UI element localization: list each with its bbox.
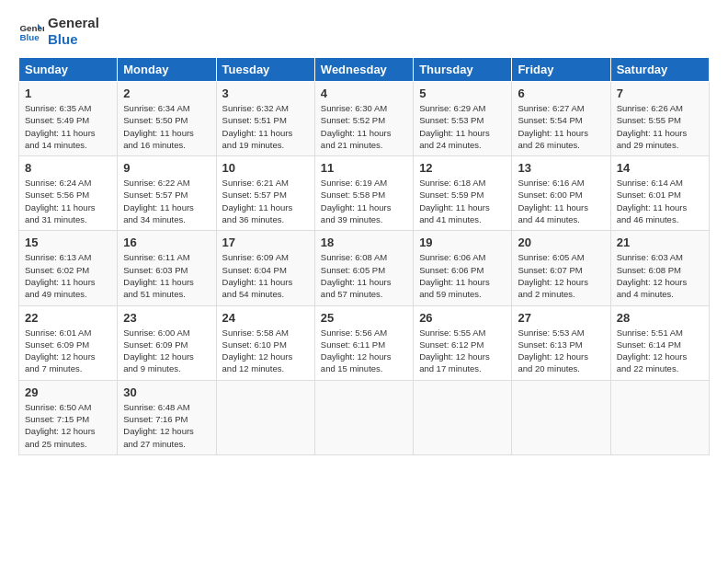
- day-detail: Sunrise: 5:51 AM Sunset: 6:14 PM Dayligh…: [617, 327, 703, 375]
- calendar-cell: 28 Sunrise: 5:51 AM Sunset: 6:14 PM Dayl…: [610, 305, 709, 380]
- day-number: 22: [25, 311, 111, 325]
- day-detail: Sunrise: 6:30 AM Sunset: 5:52 PM Dayligh…: [321, 102, 407, 151]
- day-detail: Sunrise: 6:50 AM Sunset: 7:15 PM Dayligh…: [25, 401, 111, 450]
- day-detail: Sunrise: 6:18 AM Sunset: 5:59 PM Dayligh…: [419, 177, 506, 225]
- calendar-cell: 22 Sunrise: 6:01 AM Sunset: 6:09 PM Dayl…: [19, 305, 118, 380]
- day-detail: Sunrise: 6:08 AM Sunset: 6:05 PM Dayligh…: [321, 251, 407, 300]
- day-number: 21: [617, 236, 703, 249]
- calendar-cell: 18 Sunrise: 6:08 AM Sunset: 6:05 PM Dayl…: [314, 231, 413, 305]
- day-number: 18: [321, 236, 407, 249]
- calendar-cell: 29 Sunrise: 6:50 AM Sunset: 7:15 PM Dayl…: [19, 380, 118, 454]
- col-header-friday: Friday: [512, 58, 610, 82]
- calendar-cell: 26 Sunrise: 5:55 AM Sunset: 6:12 PM Dayl…: [414, 305, 512, 380]
- day-detail: Sunrise: 6:19 AM Sunset: 5:58 PM Dayligh…: [321, 177, 407, 225]
- col-header-saturday: Saturday: [610, 58, 709, 82]
- day-number: 20: [518, 236, 604, 249]
- day-number: 8: [25, 161, 111, 175]
- calendar-cell: 30 Sunrise: 6:48 AM Sunset: 7:16 PM Dayl…: [118, 380, 216, 454]
- calendar-week-3: 15 Sunrise: 6:13 AM Sunset: 6:02 PM Dayl…: [19, 231, 710, 305]
- day-detail: Sunrise: 6:35 AM Sunset: 5:49 PM Dayligh…: [25, 102, 111, 151]
- day-number: 13: [518, 161, 604, 175]
- day-number: 30: [123, 385, 210, 399]
- day-number: 28: [617, 311, 703, 325]
- day-detail: Sunrise: 6:01 AM Sunset: 6:09 PM Dayligh…: [25, 327, 111, 375]
- day-detail: Sunrise: 6:06 AM Sunset: 6:06 PM Dayligh…: [419, 251, 506, 300]
- calendar-week-4: 22 Sunrise: 6:01 AM Sunset: 6:09 PM Dayl…: [19, 305, 710, 380]
- calendar-cell: 4 Sunrise: 6:30 AM Sunset: 5:52 PM Dayli…: [314, 82, 413, 156]
- calendar-cell: 20 Sunrise: 6:05 AM Sunset: 6:07 PM Dayl…: [512, 231, 610, 305]
- calendar-cell: [610, 380, 709, 454]
- day-number: 2: [123, 86, 210, 100]
- day-number: 25: [321, 311, 407, 325]
- day-number: 11: [321, 161, 407, 175]
- day-detail: Sunrise: 6:26 AM Sunset: 5:55 PM Dayligh…: [617, 102, 703, 151]
- day-detail: Sunrise: 6:22 AM Sunset: 5:57 PM Dayligh…: [123, 177, 210, 225]
- calendar-cell: 23 Sunrise: 6:00 AM Sunset: 6:09 PM Dayl…: [118, 305, 216, 380]
- day-detail: Sunrise: 5:56 AM Sunset: 6:11 PM Dayligh…: [321, 327, 407, 375]
- day-detail: Sunrise: 6:11 AM Sunset: 6:03 PM Dayligh…: [123, 251, 210, 300]
- calendar-cell: 6 Sunrise: 6:27 AM Sunset: 5:54 PM Dayli…: [512, 82, 610, 156]
- day-number: 27: [518, 311, 604, 325]
- calendar-cell: 16 Sunrise: 6:11 AM Sunset: 6:03 PM Dayl…: [118, 231, 216, 305]
- calendar-cell: 1 Sunrise: 6:35 AM Sunset: 5:49 PM Dayli…: [19, 82, 118, 156]
- calendar-cell: 7 Sunrise: 6:26 AM Sunset: 5:55 PM Dayli…: [610, 82, 709, 156]
- day-number: 15: [25, 236, 111, 249]
- day-detail: Sunrise: 5:55 AM Sunset: 6:12 PM Dayligh…: [419, 327, 506, 375]
- day-number: 19: [419, 236, 506, 249]
- calendar-cell: 27 Sunrise: 5:53 AM Sunset: 6:13 PM Dayl…: [512, 305, 610, 380]
- calendar-cell: [414, 380, 512, 454]
- col-header-thursday: Thursday: [414, 58, 512, 82]
- day-detail: Sunrise: 6:29 AM Sunset: 5:53 PM Dayligh…: [419, 102, 506, 151]
- calendar-cell: 25 Sunrise: 5:56 AM Sunset: 6:11 PM Dayl…: [314, 305, 413, 380]
- calendar-cell: 2 Sunrise: 6:34 AM Sunset: 5:50 PM Dayli…: [118, 82, 216, 156]
- calendar-table: SundayMondayTuesdayWednesdayThursdayFrid…: [18, 57, 710, 455]
- calendar-cell: [512, 380, 610, 454]
- day-detail: Sunrise: 6:34 AM Sunset: 5:50 PM Dayligh…: [123, 102, 210, 151]
- calendar-week-5: 29 Sunrise: 6:50 AM Sunset: 7:15 PM Dayl…: [19, 380, 710, 454]
- calendar-cell: 19 Sunrise: 6:06 AM Sunset: 6:06 PM Dayl…: [414, 231, 512, 305]
- calendar-cell: 15 Sunrise: 6:13 AM Sunset: 6:02 PM Dayl…: [19, 231, 118, 305]
- calendar-header-row: SundayMondayTuesdayWednesdayThursdayFrid…: [19, 58, 710, 82]
- calendar-cell: 14 Sunrise: 6:14 AM Sunset: 6:01 PM Dayl…: [610, 156, 709, 231]
- day-detail: Sunrise: 6:27 AM Sunset: 5:54 PM Dayligh…: [518, 102, 604, 151]
- day-detail: Sunrise: 6:13 AM Sunset: 6:02 PM Dayligh…: [25, 251, 111, 300]
- day-number: 23: [123, 311, 210, 325]
- day-detail: Sunrise: 6:16 AM Sunset: 6:00 PM Dayligh…: [518, 177, 604, 225]
- day-detail: Sunrise: 6:03 AM Sunset: 6:08 PM Dayligh…: [617, 251, 703, 300]
- day-number: 12: [419, 161, 506, 175]
- calendar-cell: 10 Sunrise: 6:21 AM Sunset: 5:57 PM Dayl…: [216, 156, 314, 231]
- day-detail: Sunrise: 5:58 AM Sunset: 6:10 PM Dayligh…: [222, 327, 309, 375]
- day-number: 29: [25, 385, 111, 399]
- day-detail: Sunrise: 6:14 AM Sunset: 6:01 PM Dayligh…: [617, 177, 703, 225]
- day-number: 17: [222, 236, 309, 249]
- calendar-cell: 5 Sunrise: 6:29 AM Sunset: 5:53 PM Dayli…: [414, 82, 512, 156]
- calendar-week-2: 8 Sunrise: 6:24 AM Sunset: 5:56 PM Dayli…: [19, 156, 710, 231]
- day-number: 5: [419, 86, 506, 100]
- calendar-week-1: 1 Sunrise: 6:35 AM Sunset: 5:49 PM Dayli…: [19, 82, 710, 156]
- day-detail: Sunrise: 6:21 AM Sunset: 5:57 PM Dayligh…: [222, 177, 309, 225]
- day-number: 10: [222, 161, 309, 175]
- calendar-cell: 13 Sunrise: 6:16 AM Sunset: 6:00 PM Dayl…: [512, 156, 610, 231]
- col-header-tuesday: Tuesday: [216, 58, 314, 82]
- calendar-cell: 12 Sunrise: 6:18 AM Sunset: 5:59 PM Dayl…: [414, 156, 512, 231]
- day-number: 1: [25, 86, 111, 100]
- day-detail: Sunrise: 6:09 AM Sunset: 6:04 PM Dayligh…: [222, 251, 309, 300]
- day-number: 16: [123, 236, 210, 249]
- logo-blue: Blue: [48, 31, 99, 48]
- calendar-cell: 17 Sunrise: 6:09 AM Sunset: 6:04 PM Dayl…: [216, 231, 314, 305]
- col-header-sunday: Sunday: [19, 58, 118, 82]
- logo-icon: General Blue: [18, 18, 44, 44]
- calendar-cell: [314, 380, 413, 454]
- day-number: 9: [123, 161, 210, 175]
- calendar-cell: 8 Sunrise: 6:24 AM Sunset: 5:56 PM Dayli…: [19, 156, 118, 231]
- logo-general: General: [48, 15, 99, 31]
- day-number: 6: [518, 86, 604, 100]
- day-number: 3: [222, 86, 309, 100]
- calendar-cell: 21 Sunrise: 6:03 AM Sunset: 6:08 PM Dayl…: [610, 231, 709, 305]
- svg-text:Blue: Blue: [19, 32, 40, 42]
- calendar-cell: 24 Sunrise: 5:58 AM Sunset: 6:10 PM Dayl…: [216, 305, 314, 380]
- day-detail: Sunrise: 5:53 AM Sunset: 6:13 PM Dayligh…: [518, 327, 604, 375]
- calendar-cell: [216, 380, 314, 454]
- day-number: 24: [222, 311, 309, 325]
- day-detail: Sunrise: 6:48 AM Sunset: 7:16 PM Dayligh…: [123, 401, 210, 450]
